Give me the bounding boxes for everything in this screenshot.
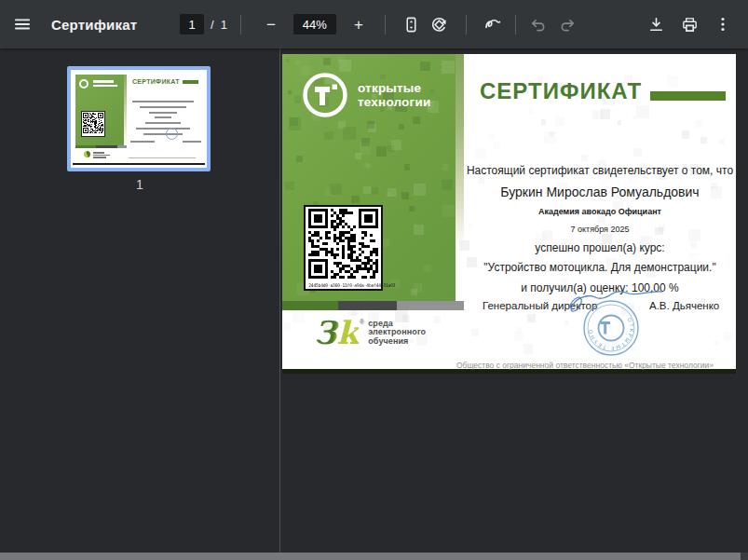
certificate-title: СЕРТИФИКАТ [480,78,642,104]
document-title: Сертификат [51,17,137,33]
thumbnail-page-number: 1 [0,177,279,192]
organization-text: Академия авокадо Официант [464,207,736,216]
tri-color-bar [282,301,464,310]
gradient-stripe [456,54,464,301]
kebab-menu-icon[interactable] [710,11,736,37]
pen-squiggle-icon[interactable] [480,11,506,37]
course-intro-text: успешно прошел(а) курс: [464,241,736,254]
thumb-elearning-logo [84,151,90,157]
menu-icon[interactable] [9,11,35,37]
printer-icon[interactable] [676,11,702,37]
page-thumbnail[interactable]: СЕРТИФИКАТ [67,66,211,171]
elearning-line3: обучения [368,337,426,347]
zoom-level-input[interactable]: 44% [293,14,336,34]
page-total: 1 [221,18,227,32]
toolbar-divider [466,15,467,34]
thumbnail-image: СЕРТИФИКАТ [71,70,207,168]
page-number-input[interactable]: 1 [180,14,204,34]
brand-name-line2: технологии [358,95,430,109]
title-accent-bar [650,91,726,101]
signer-name: А.В. Дьяченко [649,300,719,311]
statement-text: Настоящий сертификат свидетельствует о т… [464,164,736,177]
qr-code-id: 2445b4d0-a360-11f0-a9da-4baf44931a03 [308,282,378,288]
toolbar-divider [385,15,386,34]
recipient-name: Буркин Мирослав Ромуальдович [464,184,736,199]
pdf-toolbar: Сертификат 1 / 1 − 44% + [0,0,748,48]
elearning-logo: Зk ® среда электронного обучения [314,317,426,348]
elearning-mark-icon: Зk [314,317,359,348]
sidebar-divider [279,48,280,553]
brand-name-line1: открытые [358,81,430,95]
svg-text:ОТКРЫТЫЕ ТЕХНОЛОГИИ: ОТКРЫТЫЕ ТЕХНОЛОГИИ [564,287,634,351]
stamp-ring-text: ОТКРЫТЫЕ ТЕХНОЛОГИИ [564,287,634,351]
rotate-counterclockwise-icon[interactable] [427,11,453,37]
zoom-out-button[interactable]: − [258,11,284,37]
undo-arrow-icon[interactable] [525,11,551,37]
thumb-qr-code [81,111,105,137]
toolbar-divider [515,15,516,34]
thumb-brand-logo [79,79,88,89]
fit-to-page-icon[interactable] [399,11,425,37]
thumbnail-sidebar: СЕРТИФИКАТ 1 [0,48,279,553]
pdf-page: открытые технологии 2445b4d0-a360-11f0-a… [282,54,736,374]
toolbar-divider [240,15,241,34]
redo-arrow-icon[interactable] [555,11,581,37]
brand-circle-t-icon [301,71,349,119]
company-stamp-icon: ОТКРЫТЫЕ ТЕХНОЛОГИИ [564,287,667,363]
brand-logo: открытые технологии [301,71,430,119]
course-name: "Устройство мотоцикла. Для демонстрации.… [464,261,736,274]
scrollbar-corner [741,553,748,560]
horizontal-scrollbar[interactable] [0,553,748,560]
page-separator: / [211,18,214,32]
zoom-in-button[interactable]: + [346,11,372,37]
issue-date: 7 октября 2025 [464,225,736,234]
thumb-cert-title: СЕРТИФИКАТ [132,78,180,85]
registered-trademark-icon: ® [360,319,364,325]
thumb-stamp [166,128,178,140]
certificate-body: СЕРТИФИКАТ Настоящий сертификат свидетел… [464,54,736,369]
qr-code: 2445b4d0-a360-11f0-a9da-4baf44931a03 [304,205,383,291]
download-tray-icon[interactable] [643,11,669,37]
